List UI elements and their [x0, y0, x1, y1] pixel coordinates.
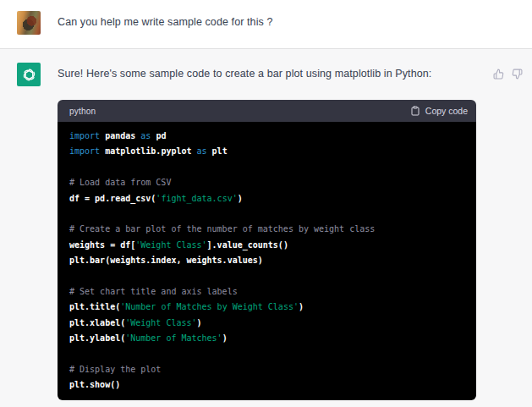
chatgpt-avatar [17, 63, 41, 86]
copy-code-button[interactable]: Copy code [410, 106, 468, 116]
copy-code-label: Copy code [425, 106, 468, 116]
thumbs-up-icon [493, 69, 504, 80]
code-content: import pandas as pdimport matplotlib.pyp… [58, 122, 476, 400]
chat-window: Can you help me write sample code for th… [0, 0, 532, 407]
thumbs-down-icon [512, 69, 523, 80]
assistant-message-content: Sure! Here's some sample code to create … [58, 63, 476, 407]
assistant-message-actions [493, 69, 523, 80]
code-block: python Copy code import pandas as pdimpo… [58, 100, 476, 400]
code-block-header: python Copy code [58, 100, 476, 122]
user-message-row: Can you help me write sample code for th… [0, 0, 532, 48]
user-message-content: Can you help me write sample code for th… [58, 11, 476, 48]
user-message-text: Can you help me write sample code for th… [58, 11, 476, 30]
thumbs-down-button[interactable] [512, 69, 523, 80]
code-language-label: python [69, 107, 96, 116]
clipboard-icon [410, 106, 420, 116]
thumbs-up-button[interactable] [493, 69, 504, 80]
openai-logo-icon [20, 66, 38, 84]
assistant-message-text: Sure! Here's some sample code to create … [58, 63, 476, 82]
user-avatar [17, 11, 41, 35]
assistant-message-row: Sure! Here's some sample code to create … [0, 48, 532, 407]
